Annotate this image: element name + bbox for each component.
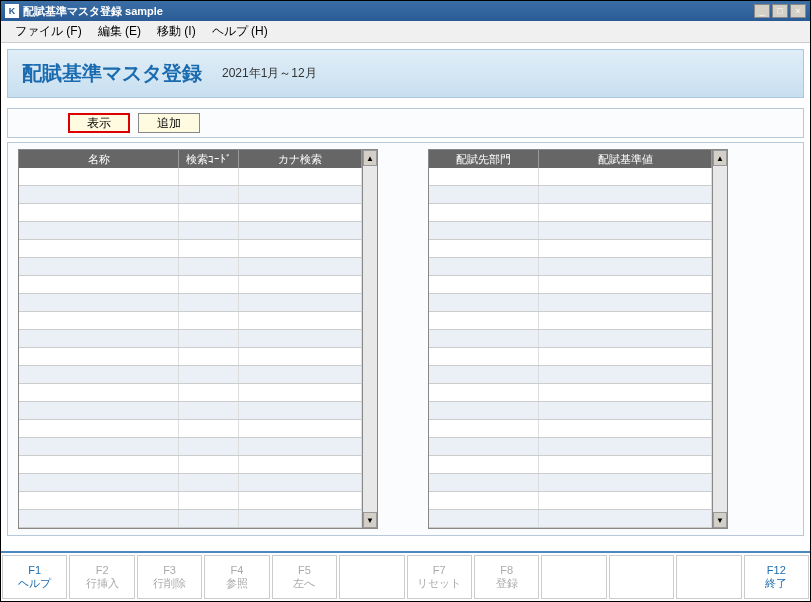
table-row[interactable] [429,474,712,492]
table-row[interactable] [429,384,712,402]
table-row[interactable] [429,402,712,420]
fkey-number: F1 [28,564,41,576]
table-row[interactable] [429,258,712,276]
table-row[interactable] [19,276,362,294]
fkey-F4[interactable]: F4参照 [204,555,269,599]
table-row[interactable] [429,204,712,222]
scroll-down-icon[interactable]: ▼ [363,512,377,528]
fkey-label: 行挿入 [86,576,119,591]
table-row[interactable] [429,492,712,510]
content-area: 配賦基準マスタ登録 2021年1月～12月 表示 追加 名称 検索ｺｰﾄﾞ カナ… [1,43,810,551]
table-row[interactable] [19,366,362,384]
fkey-label: 終了 [765,576,787,591]
left-table: 名称 検索ｺｰﾄﾞ カナ検索 ▲ ▼ [18,149,378,529]
fkey-blank [541,555,606,599]
fkey-label: リセット [417,576,461,591]
close-button[interactable]: × [790,4,806,18]
scroll-down-icon[interactable]: ▼ [713,512,727,528]
fkey-F5[interactable]: F5左へ [272,555,337,599]
table-row[interactable] [19,222,362,240]
table-row[interactable] [19,420,362,438]
fkey-number: F2 [96,564,109,576]
table-row[interactable] [429,186,712,204]
fkey-label: 左へ [293,576,315,591]
right-scrollbar[interactable]: ▲ ▼ [712,149,728,529]
table-row[interactable] [19,474,362,492]
table-row[interactable] [19,456,362,474]
table-row[interactable] [19,402,362,420]
menu-file[interactable]: ファイル (F) [7,21,90,42]
table-row[interactable] [429,348,712,366]
table-row[interactable] [19,438,362,456]
table-row[interactable] [19,294,362,312]
left-grid-body[interactable] [19,168,362,528]
add-button[interactable]: 追加 [138,113,200,133]
fkey-label: 登録 [496,576,518,591]
table-row[interactable] [19,312,362,330]
tables-panel: 名称 検索ｺｰﾄﾞ カナ検索 ▲ ▼ 配賦先部門 配賦基準値 [7,142,804,536]
right-grid-body[interactable] [429,168,712,528]
table-row[interactable] [19,204,362,222]
header-band: 配賦基準マスタ登録 2021年1月～12月 [7,49,804,98]
table-row[interactable] [19,258,362,276]
function-key-bar: F1ヘルプF2行挿入F3行削除F4参照F5左へF7リセットF8登録F12終了 [1,551,810,601]
fkey-F3[interactable]: F3行削除 [137,555,202,599]
table-row[interactable] [19,510,362,528]
fkey-number: F5 [298,564,311,576]
titlebar: K 配賦基準マスタ登録 sample _ □ × [1,1,810,21]
window-title: 配賦基準マスタ登録 sample [23,4,754,19]
table-row[interactable] [429,168,712,186]
toolbar-panel: 表示 追加 [7,108,804,138]
minimize-button[interactable]: _ [754,4,770,18]
col-dept: 配賦先部門 [429,150,539,168]
scroll-up-icon[interactable]: ▲ [363,150,377,166]
table-row[interactable] [429,366,712,384]
table-row[interactable] [429,420,712,438]
table-row[interactable] [19,384,362,402]
left-grid-header: 名称 検索ｺｰﾄﾞ カナ検索 [19,150,362,168]
fkey-label: ヘルプ [18,576,51,591]
page-title: 配賦基準マスタ登録 [22,60,202,87]
table-row[interactable] [429,240,712,258]
table-row[interactable] [19,330,362,348]
fkey-label: 参照 [226,576,248,591]
right-table: 配賦先部門 配賦基準値 ▲ ▼ [428,149,728,529]
table-row[interactable] [19,168,362,186]
maximize-button[interactable]: □ [772,4,788,18]
fkey-F12[interactable]: F12終了 [744,555,809,599]
menu-edit[interactable]: 編集 (E) [90,21,149,42]
fkey-F1[interactable]: F1ヘルプ [2,555,67,599]
right-grid-header: 配賦先部門 配賦基準値 [429,150,712,168]
table-row[interactable] [19,348,362,366]
fkey-F8[interactable]: F8登録 [474,555,539,599]
left-scrollbar[interactable]: ▲ ▼ [362,149,378,529]
fkey-blank [676,555,741,599]
display-button[interactable]: 表示 [68,113,130,133]
fkey-number: F4 [231,564,244,576]
fkey-label: 行削除 [153,576,186,591]
table-row[interactable] [429,276,712,294]
fkey-number: F3 [163,564,176,576]
col-name: 名称 [19,150,179,168]
menu-move[interactable]: 移動 (I) [149,21,204,42]
scroll-track[interactable] [363,166,377,512]
table-row[interactable] [429,312,712,330]
fkey-F7[interactable]: F7リセット [407,555,472,599]
table-row[interactable] [19,186,362,204]
fkey-F2[interactable]: F2行挿入 [69,555,134,599]
left-grid[interactable]: 名称 検索ｺｰﾄﾞ カナ検索 [18,149,362,529]
table-row[interactable] [429,438,712,456]
scroll-track[interactable] [713,166,727,512]
right-grid[interactable]: 配賦先部門 配賦基準値 [428,149,712,529]
menu-help[interactable]: ヘルプ (H) [204,21,276,42]
scroll-up-icon[interactable]: ▲ [713,150,727,166]
table-row[interactable] [19,492,362,510]
table-row[interactable] [429,222,712,240]
fkey-blank [339,555,404,599]
table-row[interactable] [429,294,712,312]
fkey-blank [609,555,674,599]
table-row[interactable] [19,240,362,258]
table-row[interactable] [429,456,712,474]
table-row[interactable] [429,510,712,528]
table-row[interactable] [429,330,712,348]
